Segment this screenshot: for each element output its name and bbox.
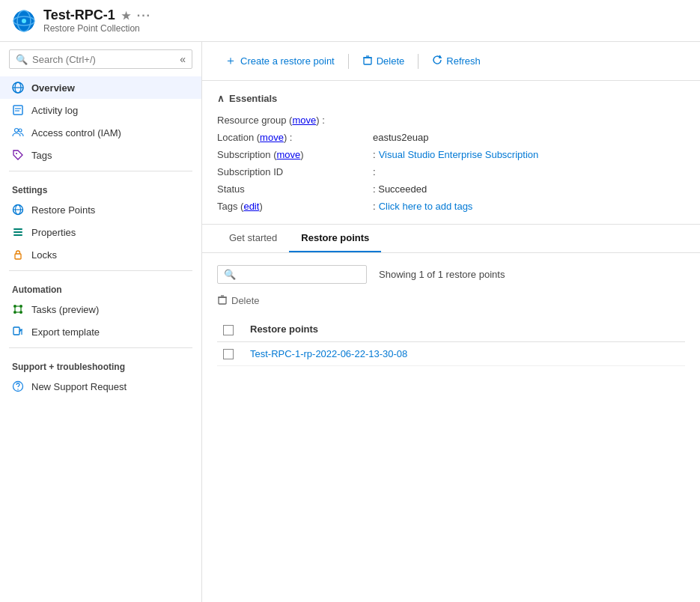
- resource-icon: [12, 9, 36, 33]
- sidebar-item-label: Overview: [31, 82, 75, 94]
- rp-delete-row: Delete: [217, 291, 685, 310]
- svg-rect-7: [13, 106, 22, 115]
- svg-rect-18: [13, 234, 22, 236]
- svg-point-22: [13, 311, 16, 314]
- sidebar-item-activity-log[interactable]: Activity log: [0, 99, 201, 121]
- toolbar-divider-2: [418, 54, 419, 69]
- rp-delete-button[interactable]: Delete: [217, 294, 260, 307]
- restore-points-panel: 🔍 Showing 1 of 1 restore points Delete: [202, 253, 700, 378]
- sidebar-divider-3: [9, 347, 192, 348]
- sidebar-item-label: Locks: [31, 249, 57, 261]
- resource-group-value: [373, 115, 685, 126]
- refresh-icon: [432, 55, 442, 67]
- sidebar-item-label: Export template: [31, 326, 100, 338]
- support-icon: [12, 380, 24, 392]
- support-section-label: Support + troubleshooting: [0, 353, 201, 375]
- refresh-button[interactable]: Refresh: [424, 51, 488, 71]
- sidebar-item-locks[interactable]: Locks: [0, 243, 201, 266]
- location-label: Location (move) :: [217, 132, 367, 143]
- rp-trash-icon: [217, 294, 228, 307]
- search-icon: 🔍: [16, 54, 28, 65]
- status-label: Status: [217, 183, 367, 195]
- sidebar-item-label: Tasks (preview): [31, 304, 99, 315]
- resource-group-move-link[interactable]: move: [292, 115, 316, 126]
- sidebar-item-label: Activity log: [31, 105, 78, 116]
- row-checkbox[interactable]: [223, 349, 234, 359]
- svg-point-12: [16, 153, 17, 154]
- restore-points-column-header: Restore points: [244, 317, 685, 341]
- rp-search-input[interactable]: [240, 269, 353, 280]
- subscription-id-value: :: [373, 166, 685, 177]
- sidebar-item-iam[interactable]: Access control (IAM): [0, 121, 201, 144]
- export-icon: [12, 326, 24, 338]
- subscription-id-label: Subscription ID: [217, 166, 367, 177]
- sidebar-item-tags[interactable]: Tags: [0, 144, 201, 166]
- tag-icon: [12, 149, 24, 161]
- main-layout: 🔍 « Overview Activity log Access control…: [0, 42, 700, 602]
- tags-label: Tags (edit): [217, 201, 367, 212]
- subscription-link[interactable]: Visual Studio Enterprise Subscription: [379, 149, 539, 160]
- status-value: : Succeeded: [373, 183, 685, 195]
- collapse-icon[interactable]: «: [180, 53, 186, 65]
- toolbar: ＋ Create a restore point Delete Refresh: [202, 42, 700, 81]
- activity-log-icon: [12, 104, 24, 116]
- sidebar-item-label: Properties: [31, 227, 76, 238]
- sidebar-item-label: Restore Points: [31, 204, 95, 216]
- svg-point-23: [19, 311, 22, 314]
- tags-value: : Click here to add tags: [373, 201, 685, 212]
- sidebar-item-restore-points[interactable]: Restore Points: [0, 198, 201, 221]
- svg-rect-32: [364, 58, 371, 64]
- svg-point-31: [17, 389, 19, 390]
- sidebar-divider-2: [9, 270, 192, 271]
- tab-get-started[interactable]: Get started: [217, 225, 289, 252]
- sidebar: 🔍 « Overview Activity log Access control…: [0, 42, 202, 602]
- more-options-icon[interactable]: ···: [137, 9, 151, 22]
- sidebar-item-export-template[interactable]: Export template: [0, 320, 201, 343]
- sidebar-item-properties[interactable]: Properties: [0, 221, 201, 243]
- subscription-move-link[interactable]: move: [276, 149, 300, 160]
- svg-rect-19: [15, 254, 21, 259]
- restore-points-table: Restore points Test-RPC-1-rp-2022-06-22-…: [217, 317, 685, 366]
- add-tags-link[interactable]: Click here to add tags: [379, 201, 473, 212]
- select-all-checkbox[interactable]: [223, 325, 234, 335]
- rp-showing-text: Showing 1 of 1 restore points: [379, 269, 505, 280]
- search-input[interactable]: [32, 54, 152, 65]
- toolbar-divider-1: [348, 54, 349, 69]
- essentials-grid: Resource group (move) : Location (move) …: [217, 115, 685, 212]
- essentials-header[interactable]: ∧ Essentials: [217, 93, 685, 104]
- lock-icon: [12, 249, 24, 261]
- tab-restore-points[interactable]: Restore points: [289, 225, 381, 252]
- favorite-icon[interactable]: ★: [121, 10, 131, 22]
- sidebar-item-label: Access control (IAM): [31, 127, 121, 139]
- restore-point-link[interactable]: Test-RPC-1-rp-2022-06-22-13-30-08: [250, 348, 407, 359]
- restore-point-name-cell: Test-RPC-1-rp-2022-06-22-13-30-08: [244, 341, 685, 366]
- svg-point-21: [19, 305, 22, 308]
- restore-points-icon: [12, 204, 24, 216]
- globe-icon: [12, 82, 24, 94]
- search-box[interactable]: 🔍 «: [9, 49, 192, 69]
- checkbox-header-cell: [217, 317, 244, 341]
- svg-rect-16: [13, 228, 22, 230]
- chevron-up-icon: ∧: [217, 93, 225, 104]
- svg-point-10: [15, 129, 19, 133]
- location-move-link[interactable]: move: [260, 132, 284, 143]
- table-row: Test-RPC-1-rp-2022-06-22-13-30-08: [217, 341, 685, 366]
- plus-icon: ＋: [225, 53, 237, 69]
- tags-edit-link[interactable]: edit: [243, 201, 259, 212]
- header-title-block: Test-RPC-1 ★ ··· Restore Point Collectio…: [43, 7, 151, 34]
- svg-rect-35: [219, 297, 226, 304]
- svg-point-11: [19, 129, 22, 132]
- sidebar-item-support[interactable]: New Support Request: [0, 375, 201, 398]
- sidebar-item-overview[interactable]: Overview: [0, 76, 201, 99]
- main-content: ＋ Create a restore point Delete Refresh: [202, 42, 700, 602]
- sidebar-item-tasks[interactable]: Tasks (preview): [0, 298, 201, 320]
- page-title: Test-RPC-1 ★ ···: [43, 7, 151, 23]
- create-restore-point-button[interactable]: ＋ Create a restore point: [217, 49, 342, 73]
- rp-search-icon: 🔍: [224, 269, 236, 280]
- delete-button[interactable]: Delete: [355, 51, 413, 71]
- rp-search-box[interactable]: 🔍: [217, 265, 367, 284]
- row-checkbox-cell: [217, 341, 244, 366]
- resource-name: Test-RPC-1: [43, 7, 115, 23]
- rp-search-row: 🔍 Showing 1 of 1 restore points: [217, 265, 685, 284]
- svg-rect-17: [13, 231, 22, 233]
